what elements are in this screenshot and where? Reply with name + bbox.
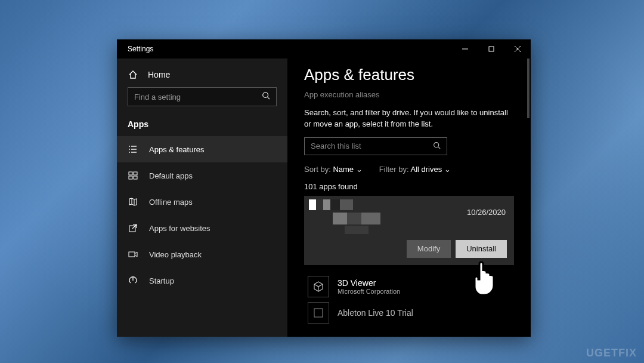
description-text: Search, sort, and filter by drive. If yo… [304, 107, 514, 130]
apps-count: 101 apps found [304, 182, 514, 191]
modify-button: Modify [407, 240, 451, 258]
minimize-button[interactable] [452, 39, 478, 59]
sidebar-item-video-playback[interactable]: Video playback [117, 241, 287, 267]
svg-rect-21 [314, 309, 323, 317]
sidebar: Home Apps Apps & features [117, 59, 287, 337]
defaults-icon [128, 170, 138, 181]
sidebar-item-label: Apps & features [149, 145, 205, 154]
sidebar-item-label: Default apps [149, 171, 193, 180]
search-box[interactable] [128, 87, 277, 106]
nav-home-label: Home [148, 70, 170, 79]
search-input[interactable] [134, 93, 262, 101]
maximize-button[interactable] [478, 39, 504, 59]
settings-window: Settings Home [117, 39, 531, 337]
sort-value: Name [333, 165, 354, 174]
svg-rect-17 [129, 252, 135, 257]
search-icon [433, 141, 441, 152]
search-list-input[interactable] [311, 141, 433, 150]
sidebar-item-label: Offline maps [149, 198, 193, 207]
app-name: 3D Viewer [338, 278, 400, 288]
sidebar-item-label: Video playback [149, 250, 202, 259]
scrollbar[interactable] [527, 59, 530, 118]
sidebar-item-label: Apps for websites [149, 224, 210, 233]
search-icon [262, 91, 270, 102]
app-name: Ableton Live 10 Trial [338, 308, 413, 318]
svg-line-20 [438, 147, 440, 149]
filter-value: All drives [410, 165, 442, 174]
svg-line-5 [268, 97, 270, 100]
filter-by-control[interactable]: Filter by: All drives ⌄ [379, 165, 451, 174]
filters-row: Sort by: Name ⌄ Filter by: All drives ⌄ [304, 165, 514, 174]
content-pane: Apps & features App execution aliases Se… [287, 59, 531, 337]
svg-point-19 [434, 142, 439, 147]
app-date: 10/26/2020 [467, 208, 506, 217]
app-row[interactable]: 3D Viewer Microsoft Corporation [304, 271, 514, 302]
video-icon [128, 249, 138, 260]
app-meta: Ableton Live 10 Trial [338, 308, 413, 318]
window-body: Home Apps Apps & features [117, 59, 531, 337]
svg-rect-1 [489, 47, 494, 51]
titlebar: Settings [117, 39, 531, 59]
app-meta: 3D Viewer Microsoft Corporation [338, 278, 400, 295]
sidebar-item-apps-websites[interactable]: Apps for websites [117, 215, 287, 241]
watermark: UGETFIX [586, 347, 637, 359]
nav-list: Apps & features Default apps Offline map… [117, 136, 287, 294]
svg-rect-12 [129, 172, 132, 175]
sidebar-section-header: Apps [117, 115, 287, 136]
app-icon-generic [308, 302, 329, 324]
svg-rect-15 [134, 176, 137, 179]
chevron-down-icon: ⌄ [356, 165, 363, 174]
sort-by-control[interactable]: Sort by: Name ⌄ [304, 165, 363, 174]
search-list-box[interactable] [304, 137, 447, 155]
sidebar-item-offline-maps[interactable]: Offline maps [117, 189, 287, 215]
app-publisher: Microsoft Corporation [338, 288, 400, 295]
open-external-icon [128, 223, 138, 233]
selected-app-card[interactable]: 10/26/2020 Modify Uninstall [304, 196, 514, 265]
chevron-down-icon: ⌄ [444, 165, 451, 174]
app-icon-3d-viewer [308, 276, 329, 297]
titlebar-controls [452, 39, 531, 59]
close-button[interactable] [504, 39, 531, 59]
blurred-app-name [309, 199, 416, 234]
startup-icon [128, 275, 138, 286]
list-icon [128, 144, 138, 155]
sidebar-item-label: Startup [149, 276, 174, 285]
nav-home[interactable]: Home [117, 63, 287, 87]
app-execution-aliases-link[interactable]: App execution aliases [304, 90, 514, 99]
home-icon [128, 69, 138, 80]
page-title: Apps & features [304, 66, 514, 84]
sidebar-item-startup[interactable]: Startup [117, 267, 287, 294]
sort-label: Sort by: [304, 165, 331, 174]
map-icon [128, 196, 138, 207]
sidebar-item-default-apps[interactable]: Default apps [117, 162, 287, 189]
svg-rect-14 [129, 176, 132, 179]
filter-label: Filter by: [379, 165, 409, 174]
sidebar-item-apps-features[interactable]: Apps & features [117, 136, 287, 162]
card-actions: Modify Uninstall [407, 240, 507, 258]
uninstall-button[interactable]: Uninstall [456, 240, 507, 258]
sidebar-search [117, 87, 287, 115]
app-row[interactable]: Ableton Live 10 Trial [304, 302, 514, 328]
svg-rect-13 [134, 172, 137, 175]
svg-point-4 [263, 93, 268, 98]
window-title: Settings [128, 45, 153, 53]
